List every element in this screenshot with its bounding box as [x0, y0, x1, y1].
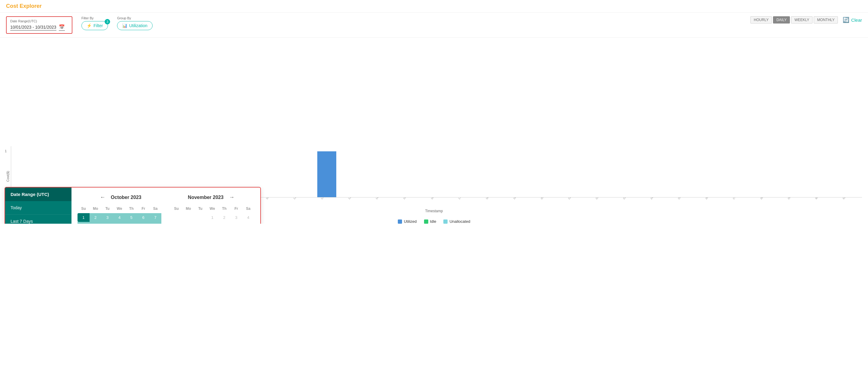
cal-day-nov[interactable]: 2	[218, 213, 230, 222]
cal-day[interactable]: 7	[149, 213, 161, 222]
date-range-box[interactable]: Date Range(UTC) 10/01/2023 - 10/31/2023 …	[6, 16, 72, 34]
x-label: 20-10-2023	[540, 197, 551, 200]
group-by-label: Group By	[117, 16, 153, 20]
bar-container	[697, 146, 725, 197]
weekly-filter[interactable]: WEEKLY	[791, 16, 812, 24]
bar-container	[286, 146, 313, 197]
legend-unallocated: Unallocated	[443, 219, 470, 224]
november-title: November 2023	[188, 195, 223, 200]
november-header: November 2023 →	[170, 194, 254, 201]
chart-bar	[317, 151, 337, 197]
tue-header: Tu	[101, 205, 114, 213]
prev-month-btn[interactable]: ←	[97, 194, 108, 201]
bar-container	[835, 146, 862, 197]
legend-utilized: Utilized	[398, 219, 417, 224]
filter-icon: ⚡	[87, 23, 92, 28]
x-label: 29-10-2023	[787, 197, 798, 200]
cal-day-nov[interactable]: 8	[206, 222, 218, 224]
cal-day-nov[interactable]: 3	[230, 213, 243, 222]
top-bar: Cost Explorer	[0, 0, 868, 13]
cal-day-empty-nov	[194, 213, 206, 222]
filter-button-label: Filter	[93, 23, 103, 28]
monthly-filter[interactable]: MONTHLY	[814, 16, 838, 24]
x-label: 21-10-2023	[568, 197, 578, 200]
cal-day[interactable]: 10	[101, 222, 114, 224]
idle-dot	[424, 220, 428, 224]
nov-day-headers: Su Mo Tu We Th Fr Sa	[170, 205, 254, 213]
quick-select-today[interactable]: Today	[5, 201, 71, 215]
cal-day-nov[interactable]: 7	[194, 222, 206, 224]
clear-button[interactable]: 🔄 Clear	[843, 16, 862, 23]
group-by-button-label: Utilization	[129, 23, 148, 28]
bar-container	[780, 146, 807, 197]
cal-day[interactable]: 14	[149, 222, 161, 224]
y-axis-1: 1	[5, 149, 7, 153]
date-range-text: 10/01/2023 - 10/31/2023	[10, 25, 56, 30]
x-label: 13-10-2023	[348, 197, 358, 200]
filter-by-group: Filter By ⚡ Filter 3	[82, 16, 108, 30]
cal-day-nov[interactable]: 11	[242, 222, 254, 224]
bar-container	[505, 146, 533, 197]
x-label: 12-10-2023	[320, 197, 331, 200]
bar-container	[368, 146, 395, 197]
bar-container	[588, 146, 615, 197]
cal-day-nov[interactable]: 9	[218, 222, 230, 224]
cal-day-empty-nov	[170, 213, 183, 222]
cal-day[interactable]: 1	[78, 213, 90, 222]
cal-day[interactable]: 3	[101, 213, 114, 222]
clear-button-label: Clear	[851, 18, 862, 23]
x-label: 30-10-2023	[815, 197, 825, 200]
refresh-icon: 🔄	[843, 16, 849, 23]
cal-day[interactable]: 13	[137, 222, 150, 224]
x-label: 27-10-2023	[732, 197, 743, 200]
bar-container	[807, 146, 835, 197]
sun-header2: Su	[170, 205, 183, 213]
hourly-filter[interactable]: HOURLY	[750, 16, 772, 24]
idle-label: Idle	[430, 219, 436, 224]
cal-day[interactable]: 5	[125, 213, 137, 222]
next-month-btn[interactable]: →	[226, 194, 237, 201]
cal-day[interactable]: 2	[90, 213, 102, 222]
cal-day[interactable]: 4	[114, 213, 125, 222]
bar-container	[341, 146, 368, 197]
quick-select-header: Date Range (UTC)	[5, 188, 71, 201]
filter-by-label: Filter By	[82, 16, 108, 20]
filter-badge: 3	[105, 19, 110, 25]
group-by-button[interactable]: 📊 Utilization	[117, 21, 153, 30]
unallocated-dot	[443, 220, 447, 224]
calendar-icon[interactable]: 📅	[59, 24, 65, 31]
sat-header2: Sa	[242, 205, 254, 213]
toolbar: Date Range(UTC) 10/01/2023 - 10/31/2023 …	[0, 13, 868, 38]
mon-header2: Mo	[183, 205, 194, 213]
x-label: 18-10-2023	[485, 197, 496, 200]
cal-day[interactable]: 6	[137, 213, 150, 222]
x-label: 22-10-2023	[595, 197, 606, 200]
utilized-dot	[398, 220, 402, 224]
bar-container	[725, 146, 752, 197]
cal-day-nov[interactable]: 5	[170, 222, 183, 224]
x-label: 11-10-2023	[293, 197, 303, 200]
cal-day[interactable]: 8	[78, 222, 90, 224]
group-by-icon: 📊	[122, 23, 127, 28]
bar-container	[313, 146, 341, 197]
cal-day-nov[interactable]: 4	[242, 213, 254, 222]
october-calendar: ← October 2023 Su Mo Tu We Th Fr Sa 1234…	[78, 194, 161, 224]
quick-select-panel: Date Range (UTC) Today Last 7 Days Last …	[5, 188, 71, 224]
cal-day-nov[interactable]: 10	[230, 222, 243, 224]
unallocated-label: Unallocated	[450, 219, 470, 224]
quick-select-last7[interactable]: Last 7 Days	[5, 215, 71, 224]
x-label: 15-10-2023	[403, 197, 413, 200]
thu-header2: Th	[218, 205, 230, 213]
cal-day[interactable]: 11	[114, 222, 125, 224]
cal-day[interactable]: 9	[90, 222, 102, 224]
filter-button[interactable]: ⚡ Filter 3	[82, 21, 108, 30]
cal-day[interactable]: 12	[125, 222, 137, 224]
cal-day-nov[interactable]: 6	[183, 222, 194, 224]
tue-header2: Tu	[194, 205, 206, 213]
daily-filter[interactable]: DAILY	[773, 16, 790, 24]
x-label: 24-10-2023	[650, 197, 660, 200]
utilized-label: Utilized	[404, 219, 417, 224]
x-label: 14-10-2023	[375, 197, 386, 200]
cal-day-nov[interactable]: 1	[206, 213, 218, 222]
x-label: 31-10-2023	[842, 197, 852, 200]
